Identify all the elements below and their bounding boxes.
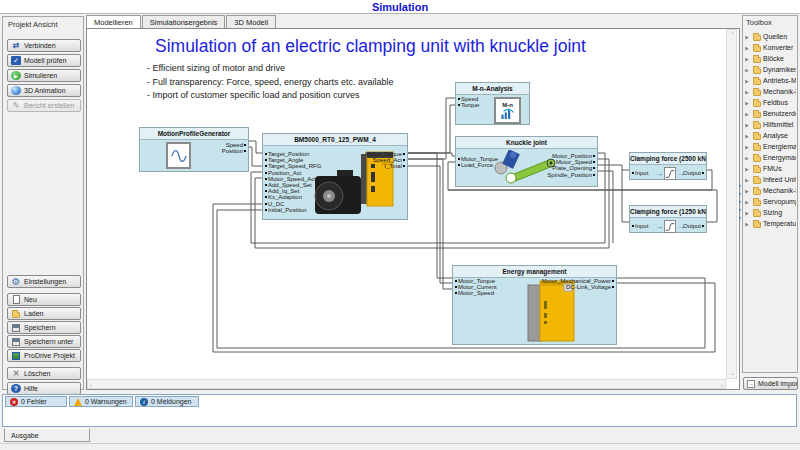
bullet-line: - Import of customer specific load and p… [147,89,394,103]
vertical-scrollbar[interactable]: ⌃ ⌄ [726,29,737,379]
expand-chevron-icon[interactable]: ▶ [745,78,751,84]
saturation-icon: → → [655,220,685,233]
output-port[interactable]: Position [222,148,247,154]
expand-chevron-icon[interactable]: ▶ [745,210,751,216]
tab-ausgabe[interactable]: Ausgabe [4,428,90,442]
block-motion-profile-generator[interactable]: MotionProfileGenerator SpeedPosition [139,127,249,172]
input-port[interactable]: Input [631,223,648,229]
toolbox-tree-item[interactable]: ▶ Mechanik-M [745,185,796,196]
expand-chevron-icon[interactable]: ▶ [745,155,751,161]
expand-chevron-icon[interactable]: ▶ [745,111,751,117]
import-icon: → [747,380,755,388]
toolbox-tree-item[interactable]: ▶ Servopumpe [745,196,796,207]
expand-chevron-icon[interactable]: ▶ [745,133,751,139]
sine-wave-icon [166,142,191,169]
output-port[interactable]: DC-Link_Voltage [542,284,615,290]
toolbox-tree-item[interactable]: ▶ Feldbus [745,97,796,108]
expand-chevron-icon[interactable]: ▶ [745,67,751,73]
toolbox-tree-item[interactable]: ▶ Dynamiken [745,64,796,75]
block-title: Clamping force (2500 kN) [630,153,706,165]
toolbox-tree-item[interactable]: ▶ Mechanik-Mo [745,86,796,97]
toolbox-tree-item[interactable]: ▶ Blöcke [745,53,796,64]
horizontal-scrollbar[interactable]: ‹ › [87,379,726,389]
canvas-headline: Simulation of an electric clamping unit … [155,36,586,57]
toolbox-tree-item[interactable]: ▶ Infeed Units [745,174,796,185]
toolbox-tree-item[interactable]: ▶ TemperatureM [745,218,796,229]
save-button[interactable]: Speichern [7,321,81,334]
check-icon: ✓ [11,56,21,65]
scroll-left-icon[interactable]: ‹ [90,381,92,389]
save-as-button[interactable]: Speichern unter [7,335,81,348]
window-title: Simulation [0,0,800,14]
expand-chevron-icon[interactable]: ▶ [745,177,751,183]
expand-chevron-icon[interactable]: ▶ [745,89,751,95]
output-port[interactable]: Output [683,223,705,229]
block-clamping-force-1250[interactable]: Clamping force (1250 kN) → → Input Outpu… [629,205,707,233]
expand-chevron-icon[interactable]: ▶ [745,100,751,106]
import-model-button[interactable]: → Modell importieren [743,377,798,390]
settings-button[interactable]: ⚙Einstellungen [7,275,81,288]
expand-chevron-icon[interactable]: ▶ [745,199,751,205]
create-report-button[interactable]: ✎Bericht erstellen [7,99,81,112]
delete-button[interactable]: ✕Löschen [7,367,81,380]
input-port[interactable]: Load_Force [457,162,498,168]
output-port[interactable]: I_Total [365,163,406,169]
block-mn-analysis[interactable]: M-n-Analysis M-n SpeedTorque [455,82,530,125]
block-title: MotionProfileGenerator [140,128,248,140]
block-title: BM5000_RT0_125_PWM_4 [263,134,407,146]
block-energy-management[interactable]: Energy management Motor_TorqueMotor_Curr… [452,265,617,345]
panel-splitter-handle[interactable] [738,185,742,219]
toolbox-tree-item[interactable]: ▶ Antriebs-Mod [745,75,796,86]
connect-button[interactable]: ⇄Verbinden [7,39,81,52]
toolbox-tree-item[interactable]: ▶ Analyse [745,130,796,141]
folder-icon [753,79,761,85]
toolbox-tree-item[interactable]: ▶ Quellen [745,31,796,42]
folder-icon [753,101,761,107]
block-bm5000-drive[interactable]: BM5000_RT0_125_PWM_4 Target_PositionTarg… [262,133,408,220]
new-button[interactable]: Neu [7,293,81,306]
scroll-up-icon[interactable]: ⌃ [730,31,735,39]
open-folder-icon [11,309,21,319]
toolbox-tree-item[interactable]: ▶ Hilfsmittel [745,119,796,130]
expand-chevron-icon[interactable]: ▶ [745,56,751,62]
messages-filter-button[interactable]: i0 Meldungen [135,396,199,407]
tab-simulationsergebnis[interactable]: Simulationsergebnis [142,15,226,28]
load-button[interactable]: Laden [7,307,81,320]
check-model-button[interactable]: ✓Modell prüfen [7,54,81,67]
prodrive-project-button[interactable]: ProDrive Projekt [7,349,81,362]
output-port[interactable]: Spindle_Position [547,172,596,178]
3d-animation-button[interactable]: 3D Animation [7,84,81,97]
toolbox-panel: Toolbox ▶ Quellen ▶ Konverter ▶ [742,15,798,373]
expand-chevron-icon[interactable]: ▶ [745,34,751,40]
errors-filter-button[interactable]: ✕0 Fehler [5,396,67,407]
toolbox-tree-item[interactable]: ▶ Energiemana [745,141,796,152]
block-clamping-force-2500[interactable]: Clamping force (2500 kN) → → Input Outpu… [629,152,707,180]
block-title: Energy management [453,266,616,278]
input-port[interactable]: Input [631,170,648,176]
toolbox-tree-item[interactable]: ▶ Energymanag [745,152,796,163]
folder-icon [753,178,761,184]
expand-chevron-icon[interactable]: ▶ [745,166,751,172]
folder-icon [753,167,761,173]
simulate-button[interactable]: ▶Simulieren [7,69,81,82]
toolbox-tree-item[interactable]: ▶ Konverter [745,42,796,53]
expand-chevron-icon[interactable]: ▶ [745,144,751,150]
folder-icon [753,200,761,206]
input-port[interactable]: Initial_Position [264,207,321,213]
input-port[interactable]: Torque [457,102,479,108]
tab-3d-modell[interactable]: 3D Modell [226,15,276,28]
block-knuckle-joint[interactable]: Knuckle joint Motor_TorqueLoad_Force Mot… [455,136,598,187]
toolbox-tree-item[interactable]: ▶ FMUs [745,163,796,174]
toolbox-tree-item[interactable]: ▶ Sizing [745,207,796,218]
toolbox-tree-item[interactable]: ▶ Benutzerdefin [745,108,796,119]
warnings-filter-button[interactable]: 0 Warnungen [69,396,133,407]
input-port[interactable]: Motor_Speed [454,290,497,296]
expand-chevron-icon[interactable]: ▶ [745,188,751,194]
scroll-right-icon[interactable]: › [721,381,723,389]
scroll-down-icon[interactable]: ⌄ [730,369,735,377]
expand-chevron-icon[interactable]: ▶ [745,221,751,227]
tab-modellieren[interactable]: Modellieren [86,15,141,28]
expand-chevron-icon[interactable]: ▶ [745,122,751,128]
output-port[interactable]: Output [683,170,705,176]
expand-chevron-icon[interactable]: ▶ [745,45,751,51]
